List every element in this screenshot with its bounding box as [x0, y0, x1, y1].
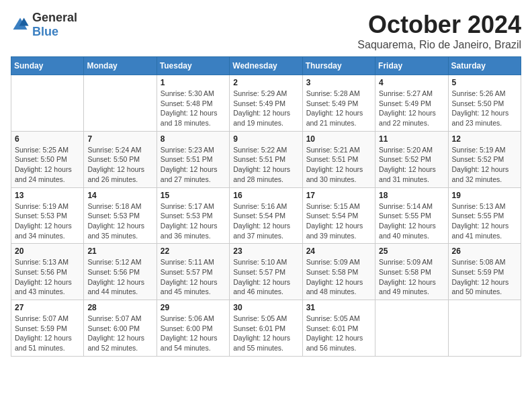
sunrise-text: Sunrise: 5:30 AM: [161, 89, 226, 99]
weekday-header-tuesday: Tuesday: [157, 57, 229, 75]
sunrise-text: Sunrise: 5:11 AM: [161, 257, 226, 267]
calendar-cell: 10Sunrise: 5:21 AMSunset: 5:51 PMDayligh…: [302, 131, 375, 187]
page-header: General Blue October 2024 Saquarema, Rio…: [11, 11, 521, 51]
sunrise-text: Sunrise: 5:29 AM: [233, 89, 298, 99]
sunrise-text: Sunrise: 5:25 AM: [15, 145, 80, 155]
daylight-text: Daylight: 12 hours and 52 minutes.: [87, 333, 152, 353]
daylight-text: Daylight: 12 hours and 18 minutes.: [161, 108, 226, 128]
calendar-cell: [11, 75, 84, 132]
logo-general: General: [32, 11, 77, 24]
daylight-text: Daylight: 12 hours and 50 minutes.: [452, 277, 517, 297]
sunset-text: Sunset: 5:55 PM: [379, 211, 444, 221]
sunrise-text: Sunrise: 5:10 AM: [233, 257, 298, 267]
daylight-text: Daylight: 12 hours and 51 minutes.: [15, 333, 80, 353]
sunrise-text: Sunrise: 5:22 AM: [233, 145, 298, 155]
calendar-cell: [375, 300, 448, 357]
calendar-week-row: 6Sunrise: 5:25 AMSunset: 5:50 PMDaylight…: [11, 131, 521, 187]
calendar-cell: 14Sunrise: 5:18 AMSunset: 5:53 PMDayligh…: [84, 187, 157, 244]
day-number: 29: [161, 303, 226, 312]
calendar-cell: 19Sunrise: 5:13 AMSunset: 5:55 PMDayligh…: [448, 187, 521, 244]
daylight-text: Daylight: 12 hours and 26 minutes.: [87, 165, 152, 184]
daylight-text: Daylight: 12 hours and 40 minutes.: [379, 221, 444, 240]
daylight-text: Daylight: 12 hours and 21 minutes.: [306, 108, 371, 128]
weekday-header-monday: Monday: [84, 57, 157, 75]
sunrise-text: Sunrise: 5:27 AM: [379, 89, 444, 99]
day-info: Sunrise: 5:16 AMSunset: 5:54 PMDaylight:…: [233, 201, 298, 241]
daylight-text: Daylight: 12 hours and 35 minutes.: [87, 221, 152, 240]
sunset-text: Sunset: 5:50 PM: [452, 99, 517, 109]
calendar-cell: 6Sunrise: 5:25 AMSunset: 5:50 PMDaylight…: [11, 131, 84, 187]
day-number: 13: [15, 191, 80, 200]
title-section: October 2024 Saquarema, Rio de Janeiro, …: [357, 11, 521, 51]
daylight-text: Daylight: 12 hours and 49 minutes.: [379, 277, 444, 297]
sunset-text: Sunset: 5:52 PM: [452, 154, 517, 165]
calendar-cell: 24Sunrise: 5:09 AMSunset: 5:58 PMDayligh…: [302, 244, 375, 300]
sunset-text: Sunset: 5:58 PM: [379, 267, 444, 277]
sunrise-text: Sunrise: 5:14 AM: [379, 201, 444, 212]
daylight-text: Daylight: 12 hours and 55 minutes.: [233, 333, 298, 353]
calendar-cell: 27Sunrise: 5:07 AMSunset: 5:59 PMDayligh…: [11, 300, 84, 357]
day-number: 16: [233, 191, 298, 200]
day-number: 20: [15, 246, 80, 256]
calendar-cell: 2Sunrise: 5:29 AMSunset: 5:49 PMDaylight…: [230, 75, 302, 132]
sunrise-text: Sunrise: 5:26 AM: [452, 89, 517, 99]
calendar-cell: 29Sunrise: 5:06 AMSunset: 6:00 PMDayligh…: [157, 300, 229, 357]
daylight-text: Daylight: 12 hours and 24 minutes.: [15, 165, 80, 184]
calendar-cell: 5Sunrise: 5:26 AMSunset: 5:50 PMDaylight…: [448, 75, 521, 132]
calendar-cell: 23Sunrise: 5:10 AMSunset: 5:57 PMDayligh…: [230, 244, 302, 300]
day-info: Sunrise: 5:14 AMSunset: 5:55 PMDaylight:…: [379, 201, 444, 241]
day-info: Sunrise: 5:15 AMSunset: 5:54 PMDaylight:…: [306, 201, 371, 241]
sunrise-text: Sunrise: 5:13 AM: [15, 257, 80, 267]
day-info: Sunrise: 5:29 AMSunset: 5:49 PMDaylight:…: [233, 89, 298, 128]
sunset-text: Sunset: 5:51 PM: [161, 154, 226, 165]
daylight-text: Daylight: 12 hours and 56 minutes.: [306, 333, 371, 353]
day-info: Sunrise: 5:09 AMSunset: 5:58 PMDaylight:…: [379, 257, 444, 297]
day-number: 23: [233, 246, 298, 256]
day-number: 19: [452, 191, 517, 200]
sunrise-text: Sunrise: 5:08 AM: [452, 257, 517, 267]
sunset-text: Sunset: 5:51 PM: [233, 154, 298, 165]
calendar-cell: 3Sunrise: 5:28 AMSunset: 5:49 PMDaylight…: [302, 75, 375, 132]
daylight-text: Daylight: 12 hours and 22 minutes.: [379, 108, 444, 128]
sunset-text: Sunset: 5:49 PM: [233, 99, 298, 109]
sunset-text: Sunset: 5:50 PM: [87, 154, 152, 165]
day-number: 11: [379, 134, 444, 144]
calendar-week-row: 1Sunrise: 5:30 AMSunset: 5:48 PMDaylight…: [11, 75, 521, 132]
calendar-cell: 20Sunrise: 5:13 AMSunset: 5:56 PMDayligh…: [11, 244, 84, 300]
sunrise-text: Sunrise: 5:20 AM: [379, 145, 444, 155]
sunset-text: Sunset: 5:55 PM: [452, 211, 517, 221]
day-number: 10: [306, 134, 371, 144]
calendar-cell: 13Sunrise: 5:19 AMSunset: 5:53 PMDayligh…: [11, 187, 84, 244]
day-number: 28: [87, 303, 152, 312]
sunrise-text: Sunrise: 5:09 AM: [306, 257, 371, 267]
sunset-text: Sunset: 5:53 PM: [15, 211, 80, 221]
calendar-cell: 22Sunrise: 5:11 AMSunset: 5:57 PMDayligh…: [157, 244, 229, 300]
day-info: Sunrise: 5:20 AMSunset: 5:52 PMDaylight:…: [379, 145, 444, 185]
day-number: 24: [306, 246, 371, 256]
daylight-text: Daylight: 12 hours and 27 minutes.: [161, 165, 226, 184]
day-info: Sunrise: 5:22 AMSunset: 5:51 PMDaylight:…: [233, 145, 298, 185]
day-info: Sunrise: 5:26 AMSunset: 5:50 PMDaylight:…: [452, 89, 517, 128]
daylight-text: Daylight: 12 hours and 37 minutes.: [233, 221, 298, 240]
day-number: 27: [15, 303, 80, 312]
day-number: 30: [233, 303, 298, 312]
daylight-text: Daylight: 12 hours and 31 minutes.: [379, 165, 444, 184]
daylight-text: Daylight: 12 hours and 36 minutes.: [161, 221, 226, 240]
day-number: 21: [87, 246, 152, 256]
weekday-header-saturday: Saturday: [448, 57, 521, 75]
calendar-cell: 30Sunrise: 5:05 AMSunset: 6:01 PMDayligh…: [230, 300, 302, 357]
calendar-cell: 31Sunrise: 5:05 AMSunset: 6:01 PMDayligh…: [302, 300, 375, 357]
logo-blue: Blue: [32, 25, 58, 38]
calendar-week-row: 27Sunrise: 5:07 AMSunset: 5:59 PMDayligh…: [11, 300, 521, 357]
sunset-text: Sunset: 5:56 PM: [15, 267, 80, 277]
daylight-text: Daylight: 12 hours and 43 minutes.: [15, 277, 80, 297]
sunrise-text: Sunrise: 5:05 AM: [306, 314, 371, 324]
calendar-cell: 25Sunrise: 5:09 AMSunset: 5:58 PMDayligh…: [375, 244, 448, 300]
month-title: October 2024: [357, 11, 521, 39]
day-number: 12: [452, 134, 517, 144]
logo-text: General Blue: [32, 11, 77, 39]
calendar-week-row: 13Sunrise: 5:19 AMSunset: 5:53 PMDayligh…: [11, 187, 521, 244]
day-info: Sunrise: 5:10 AMSunset: 5:57 PMDaylight:…: [233, 257, 298, 297]
daylight-text: Daylight: 12 hours and 39 minutes.: [306, 221, 371, 240]
sunset-text: Sunset: 6:00 PM: [161, 324, 226, 334]
